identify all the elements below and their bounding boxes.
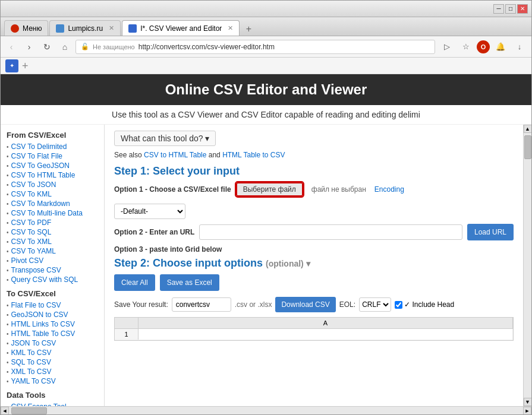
tool-question-button[interactable]: What can this tool do? ▾ bbox=[114, 131, 216, 146]
scroll-up-arrow[interactable]: ▲ bbox=[524, 125, 532, 133]
horizontal-scrollbar[interactable]: ◄ ► bbox=[1, 406, 531, 414]
maximize-button[interactable]: □ bbox=[505, 4, 516, 14]
sidebar-link-label: CSV To Multi-line Data bbox=[11, 209, 83, 217]
new-tab-button[interactable]: + bbox=[241, 23, 256, 36]
sidebar-item-csv-markdown[interactable]: •CSV To Markdown bbox=[7, 199, 98, 208]
sidebar-item-transpose-csv[interactable]: •Transpose CSV bbox=[7, 265, 98, 275]
download-button[interactable]: ↓ bbox=[511, 40, 528, 54]
sidebar-item-geojson-to-csv[interactable]: •GeoJSON to CSV bbox=[7, 310, 98, 319]
add-bookmark-button[interactable]: + bbox=[22, 61, 29, 71]
sidebar-link-label: SQL To CSV bbox=[11, 358, 51, 366]
scroll-left-arrow[interactable]: ◄ bbox=[1, 407, 9, 415]
sidebar-item-xml-to-csv[interactable]: •XML To CSV bbox=[7, 367, 98, 376]
bullet-icon: • bbox=[7, 229, 9, 236]
sidebar-item-csv-xml[interactable]: •CSV To XML bbox=[7, 237, 98, 246]
include-headers-checkbox-label[interactable]: ✓ Include Head bbox=[395, 300, 454, 309]
clear-all-button[interactable]: Clear All bbox=[114, 274, 155, 291]
close-button[interactable]: ✕ bbox=[517, 4, 528, 14]
clear-all-label: Clear All bbox=[121, 278, 148, 287]
sidebar-item-csv-sql[interactable]: •CSV To SQL bbox=[7, 227, 98, 237]
reload-button[interactable]: ↻ bbox=[40, 40, 54, 54]
sidebar-item-query-csv[interactable]: •Query CSV with SQL bbox=[7, 275, 98, 284]
sidebar-link-label: CSV To PDF bbox=[11, 218, 52, 227]
sidebar-link-label: Query CSV with SQL bbox=[11, 275, 78, 284]
encoding-link[interactable]: Encoding bbox=[374, 185, 404, 194]
sidebar-item-csv-html[interactable]: •CSV To HTML Table bbox=[7, 170, 98, 180]
sidebar-item-csv-geojson[interactable]: •CSV To GeoJSON bbox=[7, 161, 98, 170]
sidebar-item-kml-to-csv[interactable]: •KML To CSV bbox=[7, 348, 98, 357]
tab-csv-editor[interactable]: I*. CSV Viewer and Editor ✕ bbox=[122, 20, 240, 36]
scroll-down-arrow[interactable]: ▼ bbox=[524, 398, 532, 406]
grid-cell-1-a[interactable] bbox=[138, 329, 513, 340]
extensions-bar: ✦ + bbox=[1, 58, 531, 74]
sidebar-item-csv-kml[interactable]: •CSV To KML bbox=[7, 189, 98, 199]
h-scroll-thumb[interactable] bbox=[11, 407, 47, 414]
bullet-icon: • bbox=[7, 331, 9, 337]
see-also-prefix: See also bbox=[114, 151, 144, 159]
sidebar-link-label: CSV To XML bbox=[11, 237, 52, 246]
back-button[interactable]: ‹ bbox=[4, 40, 18, 54]
sidebar-item-csv-delimited[interactable]: •CSV To Delimited bbox=[7, 142, 98, 151]
sidebar-link-label: XML To CSV bbox=[11, 368, 52, 376]
bullet-icon: • bbox=[7, 248, 9, 255]
forward-button[interactable]: › bbox=[22, 40, 36, 54]
include-headers-text: ✓ Include Head bbox=[404, 300, 454, 309]
sidebar-item-flat-to-csv[interactable]: •Flat File to CSV bbox=[7, 300, 98, 310]
see-also-link2[interactable]: HTML Table to CSV bbox=[222, 151, 285, 159]
sidebar-item-json-to-csv[interactable]: •JSON To CSV bbox=[7, 338, 98, 348]
bookmark-button[interactable]: ☆ bbox=[458, 40, 474, 54]
sidebar-item-csv-json[interactable]: •CSV To JSON bbox=[7, 180, 98, 189]
sidebar-item-pivot-csv[interactable]: •Pivot CSV bbox=[7, 256, 98, 265]
sidebar-item-csv-flat[interactable]: •CSV To Flat File bbox=[7, 151, 98, 161]
sidebar-item-html-table-csv[interactable]: •HTML Table To CSV bbox=[7, 329, 98, 338]
include-headers-checkbox[interactable] bbox=[395, 301, 402, 309]
vertical-scrollbar[interactable]: ▲ ▼ bbox=[523, 125, 531, 406]
bullet-icon: • bbox=[7, 267, 9, 274]
address-bar: ‹ › ↻ ⌂ 🔓 Не защищено http://convertcsv.… bbox=[1, 36, 531, 58]
new-tab-icon: + bbox=[246, 24, 251, 34]
tab-lumpics[interactable]: Lumpics.ru ✕ bbox=[49, 20, 121, 36]
scroll-right-arrow[interactable]: ► bbox=[523, 407, 531, 415]
sidebar-link-label: CSV To Markdown bbox=[11, 199, 70, 208]
sidebar-link-label: HTML Links To CSV bbox=[11, 320, 75, 328]
sidebar-link-label: CSV To Flat File bbox=[11, 152, 62, 160]
sidebar-item-sql-to-csv[interactable]: •SQL To CSV bbox=[7, 357, 98, 367]
speed-dial-button[interactable]: ▷ bbox=[439, 40, 455, 54]
sidebar-link-label: HTML Table To CSV bbox=[11, 330, 75, 338]
scroll-thumb[interactable] bbox=[524, 135, 531, 159]
tab-opera-label: Меню bbox=[23, 24, 42, 33]
option3-label: Option 3 - paste into Grid below bbox=[114, 245, 514, 254]
home-button[interactable]: ⌂ bbox=[58, 40, 72, 54]
load-url-button[interactable]: Load URL bbox=[467, 224, 514, 240]
opera-icon-button[interactable]: O bbox=[477, 40, 490, 53]
tab-opera-menu[interactable]: Меню bbox=[4, 20, 48, 36]
sidebar-item-html-links-csv[interactable]: •HTML Links To CSV bbox=[7, 319, 98, 329]
eol-select[interactable]: CRLF bbox=[359, 297, 391, 312]
scroll-track[interactable] bbox=[524, 133, 532, 398]
choose-file-button[interactable]: Выберите файл bbox=[236, 182, 303, 197]
bullet-icon: • bbox=[7, 312, 9, 318]
sidebar-item-yaml-to-csv[interactable]: •YAML To CSV bbox=[7, 376, 98, 386]
sidebar-item-csv-yaml[interactable]: •CSV To YAML bbox=[7, 246, 98, 256]
title-bar: ─ □ ✕ bbox=[1, 1, 531, 17]
address-input-field[interactable]: 🔓 Не защищено http://convertcsv.com/csv-… bbox=[75, 40, 435, 54]
url-input-field[interactable] bbox=[199, 224, 462, 240]
filename-input[interactable] bbox=[172, 297, 231, 312]
see-also-link1[interactable]: CSV to HTML Table bbox=[144, 151, 206, 159]
tab-lumpics-close-icon[interactable]: ✕ bbox=[109, 24, 114, 32]
encoding-select[interactable]: -Default- bbox=[114, 204, 185, 219]
subtitle-text: Use this tool as a CSV Viewer and CSV Ed… bbox=[112, 110, 420, 119]
h-scroll-track[interactable] bbox=[9, 407, 523, 415]
save-excel-button[interactable]: Save as Excel bbox=[160, 274, 219, 291]
minimize-button[interactable]: ─ bbox=[493, 4, 504, 14]
tab-csv-close-icon[interactable]: ✕ bbox=[228, 24, 233, 32]
extension-icon[interactable]: ✦ bbox=[5, 59, 18, 72]
default-select-row: -Default- bbox=[114, 201, 514, 219]
file-button-label: Выберите файл bbox=[243, 185, 296, 194]
sidebar-item-csv-escape[interactable]: •CSV Escape Tool bbox=[7, 402, 98, 406]
sidebar-item-csv-multiline[interactable]: •CSV To Multi-line Data bbox=[7, 208, 98, 218]
sidebar-links-data-tools: •CSV Escape Tool •CSV Template Engine •C… bbox=[7, 402, 98, 406]
notifications-button[interactable]: 🔔 bbox=[492, 40, 509, 54]
sidebar-item-csv-pdf[interactable]: •CSV To PDF bbox=[7, 218, 98, 227]
download-csv-button[interactable]: Download CSV bbox=[275, 297, 335, 312]
